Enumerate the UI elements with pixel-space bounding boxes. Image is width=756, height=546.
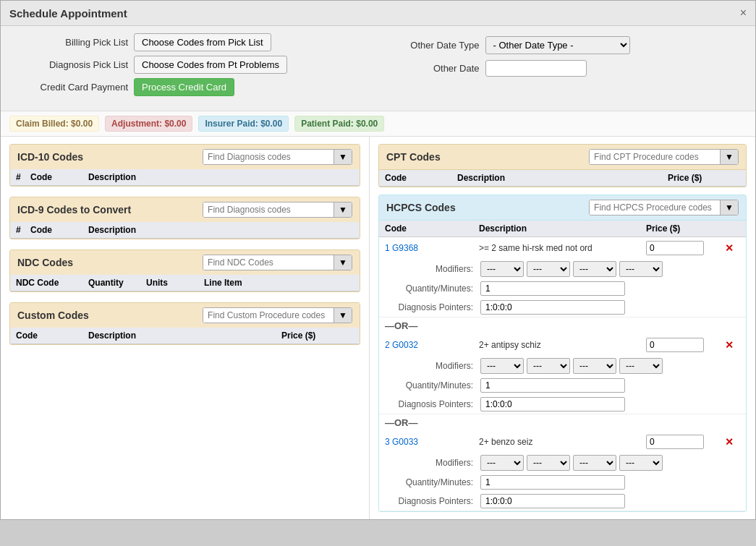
hcpcs-row-3-mod-1[interactable]: --- — [480, 455, 524, 471]
hcpcs-modifiers-label-1: Modifiers: — [394, 264, 473, 274]
hcpcs-row-2-diagnosis[interactable] — [480, 397, 625, 411]
hcpcs-code-link-1[interactable]: 1 G9368 — [385, 243, 479, 253]
icd10-header: ICD-10 Codes ▼ — [10, 145, 360, 169]
hcpcs-row-2-mod-4[interactable]: --- — [619, 358, 663, 374]
other-date-input[interactable] — [485, 60, 587, 77]
schedule-appointment-modal: Schedule Appointment × Billing Pick List… — [0, 0, 756, 520]
icd9-search-dropdown[interactable]: ▼ — [334, 202, 352, 217]
icd10-search-dropdown[interactable]: ▼ — [334, 150, 352, 164]
hcpcs-row-3-quantity[interactable] — [480, 475, 625, 490]
credit-card-label: Credit Card Payment — [12, 82, 128, 93]
insurer-paid-badge: Insurer Paid: $0.00 — [198, 116, 289, 132]
icd9-col-hash: # — [16, 225, 30, 235]
cpt-col-code: Code — [385, 173, 457, 183]
hcpcs-row-1-price[interactable] — [646, 241, 704, 255]
hcpcs-row-2-diagnosis-row: Diagnosis Pointers: — [379, 395, 746, 414]
other-date-type-label: Other Date Type — [393, 40, 480, 51]
hcpcs-row-3-price[interactable] — [646, 435, 704, 449]
insurer-paid-label: Insurer Paid: — [205, 119, 258, 129]
left-column: ICD-10 Codes ▼ # Code Description ICD-9 … — [1, 137, 370, 519]
cpt-header: CPT Codes ▼ — [379, 145, 746, 170]
hcpcs-row-2-main: 2 G0032 2+ antipsy schiz ✕ — [379, 334, 746, 356]
ndc-col-units: Units — [146, 278, 204, 288]
adjustment-badge: Adjustment: $0.00 — [105, 116, 192, 132]
cpt-search-dropdown[interactable]: ▼ — [720, 150, 738, 164]
hcpcs-row-1-delete-button[interactable]: ✕ — [718, 242, 740, 254]
icd10-search-wrap: ▼ — [203, 149, 352, 165]
claim-billed-value: $0.00 — [71, 119, 93, 129]
hcpcs-row-3-desc: 2+ benzo seiz — [479, 437, 646, 447]
hcpcs-row-2-modifiers-row: Modifiers: --- --- --- --- — [379, 356, 746, 376]
custom-col-price: Price ($) — [281, 330, 354, 341]
cpt-table-header: Code Description Price ($) — [379, 170, 746, 187]
process-credit-card-button[interactable]: Process Credit Card — [134, 78, 234, 96]
hcpcs-diagnosis-label-3: Diagnosis Pointers: — [394, 496, 473, 506]
icd10-table-header: # Code Description — [10, 169, 360, 186]
icd10-col-hash: # — [16, 172, 30, 182]
claim-billed-badge: Claim Billed: $0.00 — [9, 116, 99, 132]
hcpcs-row-2-mod-3[interactable]: --- — [573, 358, 616, 374]
hcpcs-row-3-delete-button[interactable]: ✕ — [718, 436, 740, 448]
hcpcs-row-3-mod-3[interactable]: --- — [573, 455, 616, 471]
hcpcs-code-link-3[interactable]: 3 G0033 — [385, 437, 479, 447]
hcpcs-row-1-mod-4[interactable]: --- — [619, 261, 663, 277]
insurer-paid-value: $0.00 — [260, 119, 282, 129]
custom-col-desc: Description — [88, 330, 281, 341]
or-label-1: —OR— — [385, 320, 418, 331]
hcpcs-row-1-modifiers-row: Modifiers: --- --- --- --- — [379, 259, 746, 279]
patient-paid-badge: Patient Paid: $0.00 — [294, 116, 384, 132]
icd9-section: ICD-9 Codes to Convert ▼ # Code Descript… — [9, 197, 360, 239]
hcpcs-code-link-2[interactable]: 2 G0032 — [385, 340, 479, 350]
diagnosis-pick-list-label: Diagnosis Pick List — [12, 59, 128, 70]
hcpcs-row-2-num: 2 — [385, 340, 392, 350]
custom-section: Custom Codes ▼ Code Description Price ($… — [9, 302, 360, 345]
hcpcs-row-2-quantity[interactable] — [480, 378, 625, 393]
hcpcs-section: HCPCS Codes ▼ Code Description Price ($) — [378, 195, 747, 512]
hcpcs-row-1-quantity[interactable] — [480, 281, 625, 296]
hcpcs-row-1-mod-1[interactable]: --- — [480, 261, 524, 277]
hcpcs-row-2: 2 G0032 2+ antipsy schiz ✕ Modifiers: --… — [379, 334, 746, 414]
hcpcs-row-1-mod-2[interactable]: --- — [527, 261, 570, 277]
ndc-col-code: NDC Code — [16, 278, 88, 288]
icd9-search-wrap: ▼ — [203, 202, 352, 218]
other-date-type-select[interactable]: - Other Date Type - — [485, 36, 630, 54]
custom-search-dropdown[interactable]: ▼ — [334, 308, 352, 323]
cpt-search-input[interactable] — [590, 150, 720, 164]
hcpcs-col-code: Code — [385, 223, 479, 234]
icd9-col-desc: Description — [88, 225, 354, 235]
custom-col-code: Code — [16, 330, 88, 341]
hcpcs-row-3-main: 3 G0033 2+ benzo seiz ✕ — [379, 431, 746, 453]
hcpcs-row-1-diagnosis[interactable] — [480, 300, 625, 315]
billing-pick-list-button[interactable]: Choose Codes from Pick List — [134, 33, 271, 51]
hcpcs-row-2-mod-2[interactable]: --- — [527, 358, 570, 374]
custom-search-input[interactable] — [203, 308, 334, 323]
hcpcs-row-1-desc: >= 2 same hi-rsk med not ord — [479, 243, 646, 253]
hcpcs-row-3-code: G0033 — [392, 437, 418, 447]
hcpcs-row-2-quantity-row: Quantity/Minutes: — [379, 376, 746, 395]
icd10-search-input[interactable] — [203, 150, 334, 164]
hcpcs-row-2-delete-button[interactable]: ✕ — [718, 339, 740, 351]
right-column: CPT Codes ▼ Code Description Price ($) H… — [370, 137, 755, 519]
hcpcs-search-dropdown[interactable]: ▼ — [720, 200, 738, 215]
main-columns: ICD-10 Codes ▼ # Code Description ICD-9 … — [1, 137, 755, 519]
ndc-search-wrap: ▼ — [203, 255, 352, 270]
hcpcs-row-2-price[interactable] — [646, 338, 704, 352]
hcpcs-row-2-mod-1[interactable]: --- — [480, 358, 524, 374]
modal-close-button[interactable]: × — [740, 7, 747, 20]
hcpcs-row-3-mod-2[interactable]: --- — [527, 455, 570, 471]
hcpcs-row-1-mod-3[interactable]: --- — [573, 261, 616, 277]
diagnosis-pick-list-button[interactable]: Choose Codes from Pt Problems — [134, 56, 287, 74]
icd9-search-input[interactable] — [203, 202, 334, 217]
hcpcs-modifiers-label-3: Modifiers: — [394, 458, 473, 468]
ndc-search-input[interactable] — [203, 255, 334, 270]
hcpcs-col-desc: Description — [479, 223, 646, 234]
ndc-section: NDC Codes ▼ NDC Code Quantity Units Line… — [9, 249, 360, 292]
hcpcs-search-input[interactable] — [590, 200, 720, 215]
icd10-section: ICD-10 Codes ▼ # Code Description — [9, 144, 360, 187]
ndc-search-dropdown[interactable]: ▼ — [334, 255, 352, 270]
hcpcs-row-1-num: 1 — [385, 243, 392, 253]
hcpcs-row-3-mod-4[interactable]: --- — [619, 455, 663, 471]
modal-header: Schedule Appointment × — [1, 1, 755, 26]
icd10-col-code: Code — [30, 172, 88, 182]
hcpcs-row-3-diagnosis[interactable] — [480, 494, 625, 508]
